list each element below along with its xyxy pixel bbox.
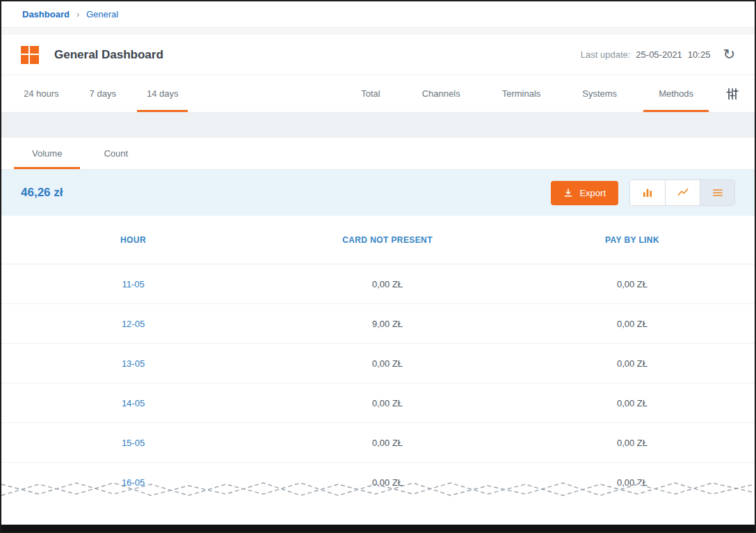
last-update: Last update: 25-05-2021 10:25	[581, 49, 711, 60]
card-not-present-cell: 9,00 ZŁ	[265, 319, 510, 329]
tab-count[interactable]: Count	[83, 138, 149, 169]
pay-by-link-cell: 0,00 ZŁ	[510, 477, 755, 488]
pay-by-link-cell: 0,00 ZŁ	[510, 398, 755, 408]
tab-7-days[interactable]: 7 days	[74, 75, 131, 112]
last-update-label: Last update:	[581, 49, 631, 60]
section-gap	[1, 28, 755, 35]
last-update-time: 10:25	[688, 49, 711, 60]
table-row: 11-05 0,00 ZŁ 0,00 ZŁ	[1, 264, 755, 304]
table-row: 13-05 0,00 ZŁ 0,00 ZŁ	[1, 344, 755, 383]
filter-settings-button[interactable]	[717, 75, 748, 112]
card-not-present-cell: 0,00 ZŁ	[265, 398, 510, 408]
tab-total[interactable]: Total	[340, 75, 401, 112]
table-row: 12-05 9,00 ZŁ 0,00 ZŁ	[1, 304, 755, 344]
export-button-label: Export	[579, 188, 606, 198]
dashboard-page: Dashboard › General General Dashboard La…	[0, 0, 756, 533]
card-not-present-cell: 0,00 ZŁ	[265, 477, 510, 488]
section-gap	[1, 113, 755, 138]
breadcrumb-dashboard-link[interactable]: Dashboard	[22, 9, 70, 19]
card-not-present-cell: 0,00 ZŁ	[265, 358, 510, 369]
tab-24-hours[interactable]: 24 hours	[8, 75, 74, 112]
pay-by-link-cell: 0,00 ZŁ	[510, 358, 755, 369]
breadcrumb-current: General	[86, 9, 118, 19]
dashboard-header: General Dashboard Last update: 25-05-202…	[1, 35, 755, 75]
page-title: General Dashboard	[54, 48, 163, 62]
column-header-card-not-present: CARD NOT PRESENT	[265, 235, 510, 245]
table-view-button[interactable]	[700, 180, 734, 205]
metric-subtabs: Volume Count	[1, 138, 755, 170]
summary-bar: 46,26 zł Export	[1, 170, 755, 216]
hour-cell: 13-05	[1, 358, 265, 369]
bar-chart-view-button[interactable]	[630, 180, 665, 205]
window-bottom-edge	[1, 525, 755, 532]
column-header-pay-by-link: PAY BY LINK	[510, 235, 755, 245]
hour-cell: 14-05	[1, 398, 265, 408]
tab-terminals[interactable]: Terminals	[481, 75, 562, 112]
hour-cell: 15-05	[1, 438, 265, 448]
table-list-icon	[712, 187, 723, 198]
pay-by-link-cell: 0,00 ZŁ	[510, 438, 755, 448]
total-value: 46,26 zł	[21, 186, 63, 200]
card-not-present-cell: 0,00 ZŁ	[265, 279, 510, 289]
hour-cell: 16-05	[1, 477, 265, 488]
download-icon	[563, 188, 573, 198]
pay-by-link-cell: 0,00 ZŁ	[510, 319, 755, 329]
table-row-partial: 16-05 0,00 ZŁ 0,00 ZŁ	[1, 463, 755, 502]
refresh-icon[interactable]: ↻	[723, 47, 735, 61]
column-header-hour: HOUR	[1, 235, 265, 245]
table-row: 14-05 0,00 ZŁ 0,00 ZŁ	[1, 383, 755, 423]
card-not-present-cell: 0,00 ZŁ	[265, 438, 510, 448]
pay-by-link-cell: 0,00 ZŁ	[510, 279, 755, 289]
tab-methods[interactable]: Methods	[638, 75, 714, 112]
line-chart-view-button[interactable]	[665, 180, 700, 205]
data-tabs: Total Channels Terminals Systems Methods	[340, 75, 748, 112]
hour-cell: 12-05	[1, 319, 265, 329]
tab-14-days[interactable]: 14 days	[131, 75, 194, 112]
line-chart-icon	[677, 187, 689, 198]
table-header-row: HOUR CARD NOT PRESENT PAY BY LINK	[1, 216, 755, 264]
view-toggle-group	[629, 180, 735, 206]
tab-channels[interactable]: Channels	[401, 75, 481, 112]
chevron-right-icon: ›	[77, 10, 79, 19]
summary-controls: Export	[551, 180, 735, 206]
breadcrumb: Dashboard › General	[1, 1, 755, 28]
hour-cell: 11-05	[1, 279, 265, 289]
tabs-row: 24 hours 7 days 14 days Total Channels T…	[1, 75, 755, 113]
bar-chart-icon	[642, 187, 653, 198]
tab-systems[interactable]: Systems	[561, 75, 638, 112]
sliders-icon	[725, 87, 739, 101]
table-row: 15-05 0,00 ZŁ 0,00 ZŁ	[1, 423, 755, 463]
app-logo-icon	[21, 46, 39, 64]
last-update-date: 25-05-2021	[636, 49, 682, 60]
export-button[interactable]: Export	[551, 181, 618, 205]
tab-volume[interactable]: Volume	[11, 138, 83, 169]
